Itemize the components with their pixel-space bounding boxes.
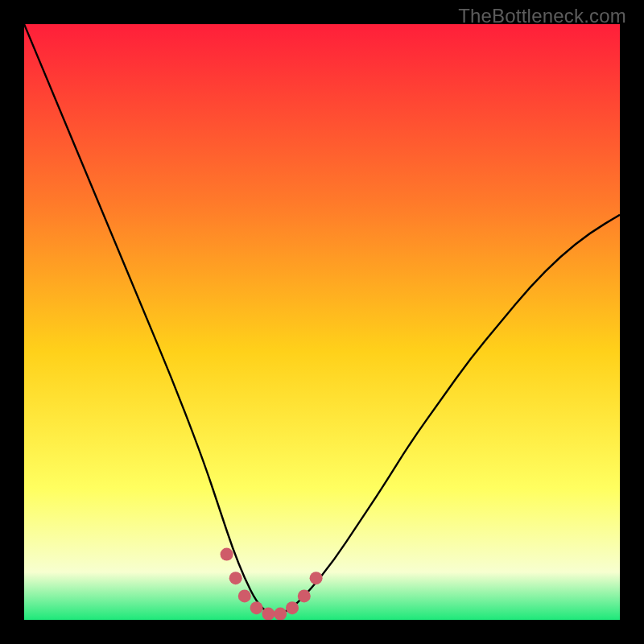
gradient-background (24, 24, 620, 620)
highlight-dot (262, 608, 275, 620)
highlight-dot (238, 589, 251, 602)
highlight-dot (274, 608, 287, 620)
highlight-dot (286, 601, 299, 614)
chart-frame: TheBottleneck.com (0, 0, 644, 644)
highlight-dot (229, 572, 242, 584)
highlight-dot (298, 589, 311, 602)
plot-area (24, 24, 620, 620)
highlight-dot (250, 601, 263, 614)
highlight-dot (310, 572, 323, 584)
highlight-dot (221, 548, 233, 561)
bottleneck-chart (24, 24, 620, 620)
